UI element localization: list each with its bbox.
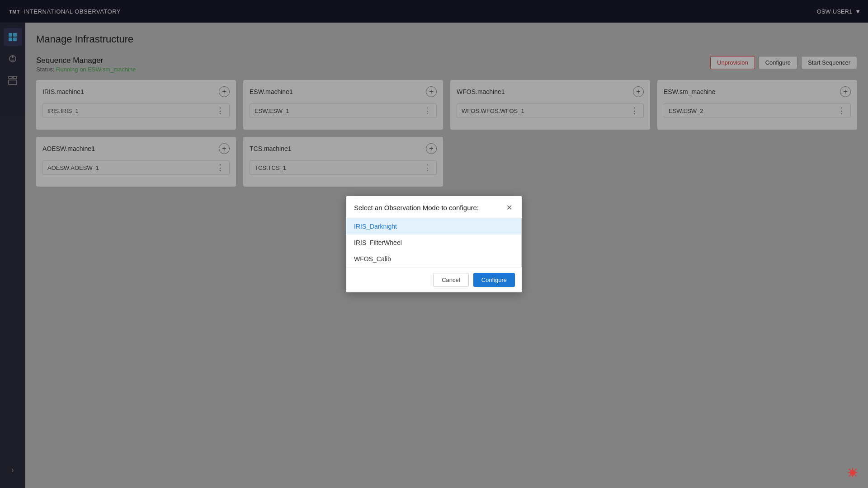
settings-gear-button[interactable]	[844, 465, 861, 481]
modal-option-wfos-calib[interactable]: WFOS_Calib	[346, 251, 521, 267]
modal-options-list: IRIS_DarknightIRIS_FilterWheelWFOS_Calib	[346, 218, 522, 267]
modal-option-iris-darknight[interactable]: IRIS_Darknight	[346, 218, 521, 235]
gear-icon	[846, 466, 859, 479]
modal-cancel-button[interactable]: Cancel	[433, 273, 468, 287]
modal-footer: Cancel Configure	[346, 267, 522, 292]
modal-option-iris-filterwheel[interactable]: IRIS_FilterWheel	[346, 235, 521, 251]
modal-title: Select an Observation Mode to configure:	[354, 204, 479, 211]
modal-overlay[interactable]: Select an Observation Mode to configure:…	[0, 0, 868, 488]
modal-dialog: Select an Observation Mode to configure:…	[346, 196, 522, 292]
svg-point-14	[852, 472, 854, 474]
modal-header: Select an Observation Mode to configure:…	[346, 196, 522, 218]
modal-close-button[interactable]: ✕	[505, 203, 514, 212]
modal-configure-button[interactable]: Configure	[473, 273, 515, 287]
